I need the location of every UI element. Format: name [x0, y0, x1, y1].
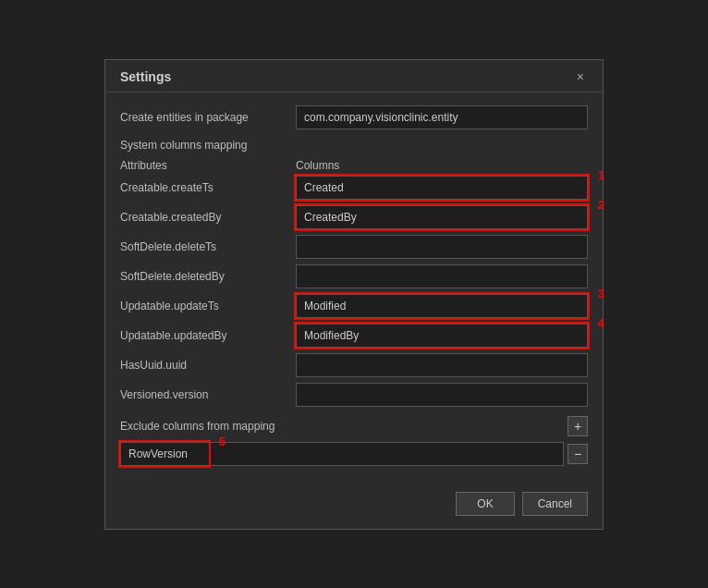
- mapping-row: Creatable.createTs1: [120, 176, 588, 200]
- close-button[interactable]: ×: [573, 69, 588, 84]
- attributes-header: Attributes: [120, 159, 296, 172]
- dialog-title: Settings: [120, 69, 171, 84]
- mapping-row: Creatable.createdBy2: [120, 205, 588, 229]
- mapping-attr-label: Updatable.updateTs: [120, 300, 296, 312]
- exclude-section: Exclude columns from mapping + 5−: [120, 416, 588, 466]
- cancel-button[interactable]: Cancel: [522, 492, 588, 516]
- mapping-col-input[interactable]: [296, 205, 588, 229]
- annotation-number: 1: [598, 168, 604, 182]
- ok-button[interactable]: OK: [456, 492, 514, 516]
- mapping-attr-label: SoftDelete.deleteTs: [120, 240, 296, 253]
- annotation-number: 2: [598, 198, 604, 212]
- mapping-col-input[interactable]: [296, 324, 588, 348]
- mapping-attr-label: Creatable.createTs: [120, 181, 296, 194]
- mapping-row: HasUuid.uuid: [120, 353, 588, 377]
- mapping-col-input[interactable]: [296, 294, 588, 318]
- mapping-row: Updatable.updateTs3: [120, 294, 588, 318]
- mapping-attr-label: SoftDelete.deletedBy: [120, 270, 296, 283]
- mapping-row: Updatable.updatedBy4: [120, 324, 588, 348]
- mapping-attr-label: Creatable.createdBy: [120, 211, 296, 224]
- package-label: Create entities in package: [120, 111, 296, 124]
- columns-header-label: Columns: [296, 159, 339, 172]
- mapping-col-input[interactable]: [296, 264, 588, 288]
- exclude-row: 5−: [120, 442, 588, 466]
- mapping-col-input[interactable]: [296, 235, 588, 259]
- mapping-attr-label: Updatable.updatedBy: [120, 329, 296, 342]
- settings-dialog: Settings × Create entities in package Sy…: [104, 59, 604, 530]
- package-row: Create entities in package: [120, 105, 588, 129]
- mapping-rows: Creatable.createTs1Creatable.createdBy2S…: [120, 176, 588, 407]
- exclude-item-input[interactable]: [120, 442, 564, 466]
- annotation-number: 3: [598, 287, 604, 300]
- dialog-header: Settings ×: [105, 60, 603, 92]
- annotation-number: 4: [598, 316, 604, 330]
- mapping-col-input[interactable]: [296, 353, 588, 377]
- mapping-row: SoftDelete.deleteTs: [120, 235, 588, 259]
- exclude-header: Exclude columns from mapping +: [120, 416, 588, 436]
- mapping-row: SoftDelete.deletedBy: [120, 264, 588, 288]
- columns-header-row: Attributes Columns: [120, 159, 588, 172]
- package-input[interactable]: [296, 105, 588, 129]
- add-exclude-button[interactable]: +: [568, 416, 588, 436]
- dialog-footer: OK Cancel: [105, 483, 603, 529]
- system-columns-title: System columns mapping: [120, 139, 588, 152]
- mapping-row: Versioned.version: [120, 383, 588, 407]
- dialog-body: Create entities in package System column…: [105, 92, 603, 483]
- mapping-col-input[interactable]: [296, 383, 588, 407]
- mapping-attr-label: Versioned.version: [120, 388, 296, 401]
- remove-exclude-button[interactable]: −: [568, 444, 588, 464]
- exclude-items-container: 5−: [120, 442, 588, 466]
- mapping-col-input[interactable]: [296, 176, 588, 200]
- mapping-attr-label: HasUuid.uuid: [120, 359, 296, 372]
- exclude-label: Exclude columns from mapping: [120, 420, 275, 433]
